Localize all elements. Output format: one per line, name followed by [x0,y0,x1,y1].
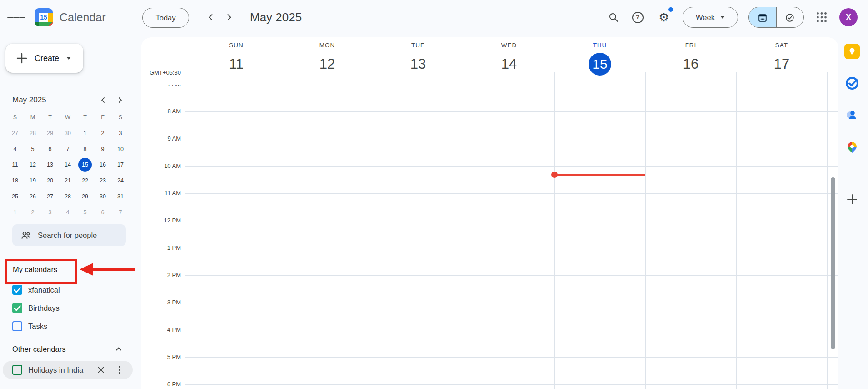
minical-date-5[interactable]: 5 [26,142,40,156]
apps-grid-icon[interactable] [813,8,831,26]
minical-date-30[interactable]: 30 [61,126,75,140]
previous-period-icon[interactable] [204,10,218,25]
minical-date-29[interactable]: 29 [43,126,57,140]
minical-date-18[interactable]: 18 [8,174,22,187]
overflow-menu-icon[interactable] [113,364,126,376]
minical-date-28[interactable]: 28 [26,126,40,140]
minical-date-6[interactable]: 6 [43,142,57,156]
day-header-tue[interactable]: TUE13 [373,39,464,83]
search-icon[interactable] [604,8,623,26]
minical-date-27[interactable]: 27 [43,190,57,203]
other-calendars-label[interactable]: Other calendars [12,344,65,354]
header-column-divider [191,72,191,85]
current-range-title[interactable]: May 2025 [250,7,302,28]
next-period-icon[interactable] [222,10,236,25]
minical-date-19[interactable]: 19 [26,174,40,187]
minical-date-7[interactable]: 7 [114,206,127,219]
minical-date-26[interactable]: 26 [26,190,40,203]
header-column-divider [554,72,555,85]
minical-date-4[interactable]: 4 [8,142,22,156]
minical-date-29[interactable]: 29 [78,190,92,203]
account-avatar[interactable]: X [839,8,858,26]
minical-date-25[interactable]: 25 [8,190,22,203]
keep-icon[interactable] [843,42,861,61]
grid-hour-line [191,248,838,248]
today-button-label: Today [155,14,175,22]
day-header-wed[interactable]: WED14 [464,39,554,83]
get-add-ons-plus-icon[interactable] [843,190,861,208]
minical-date-1[interactable]: 1 [78,126,92,140]
minical-date-2[interactable]: 2 [26,206,40,219]
minical-date-28[interactable]: 28 [61,190,75,203]
minical-date-12[interactable]: 12 [26,158,40,172]
minical-date-21[interactable]: 21 [61,174,75,187]
minical-date-3[interactable]: 3 [43,206,57,219]
calendar-checkbox[interactable] [12,303,22,313]
tasks-icon[interactable] [843,74,861,92]
minical-date-11[interactable]: 11 [8,158,22,172]
minical-date-7[interactable]: 7 [61,142,75,156]
add-other-calendar-icon[interactable] [94,343,106,355]
grid-hour-line [191,193,838,194]
week-grid[interactable]: 7 AM8 AM9 AM10 AM11 AM12 PM1 PM2 PM3 PM4… [141,37,838,389]
minical-date-24[interactable]: 24 [114,174,127,187]
minical-date-8[interactable]: 8 [78,142,92,156]
minical-date-15[interactable]: 15 [78,158,92,172]
minical-date-27[interactable]: 27 [8,126,22,140]
minical-date-16[interactable]: 16 [96,158,110,172]
tasks-view-icon[interactable] [776,7,804,28]
minical-date-2[interactable]: 2 [96,126,110,140]
minical-date-23[interactable]: 23 [96,174,110,187]
minical-date-17[interactable]: 17 [114,158,127,172]
minical-date-31[interactable]: 31 [114,190,127,203]
minical-date-10[interactable]: 10 [114,142,127,156]
day-number: 16 [683,53,698,76]
minical-date-20[interactable]: 20 [43,174,57,187]
day-header-sat[interactable]: SAT17 [736,39,827,83]
minical-date-9[interactable]: 9 [96,142,110,156]
day-header-fri[interactable]: FRI16 [645,39,736,83]
minical-date-3[interactable]: 3 [114,126,127,140]
calendar-view-icon[interactable] [749,7,776,28]
grid-hour-line [191,303,838,303]
other-calendars-collapse-icon[interactable] [112,343,125,355]
minical-date-22[interactable]: 22 [78,174,92,187]
calendar-item-birthdays[interactable]: Birthdays [6,299,129,317]
hour-label: 4 PM [145,326,181,334]
help-icon[interactable]: ? [629,8,647,26]
view-selector-dropdown[interactable]: Week [683,7,738,28]
calendar-item-holidays-in-india[interactable]: Holidays in India [3,361,133,379]
grid-hour-tick [185,248,191,248]
calendar-checkbox[interactable] [12,285,22,295]
minical-date-5[interactable]: 5 [78,206,92,219]
grid-hour-tick [185,139,191,139]
calendar-checkbox[interactable] [12,365,22,375]
grid-hour-tick [185,111,191,112]
search-people-field[interactable]: Search for people [12,224,126,246]
minical-date-6[interactable]: 6 [96,206,110,219]
companion-side-panel [838,36,868,389]
today-button[interactable]: Today [142,8,189,28]
calendar-checkbox[interactable] [12,321,22,331]
people-icon [20,230,31,241]
minical-date-13[interactable]: 13 [43,158,57,172]
grid-hour-line [191,166,838,167]
contacts-icon[interactable] [843,106,861,124]
panel-divider [846,177,860,177]
day-header-mon[interactable]: MON12 [282,39,373,83]
minical-date-1[interactable]: 1 [8,206,22,219]
chevron-down-icon [720,16,725,19]
vertical-scrollbar[interactable] [831,177,835,349]
minical-day-header: T [78,114,92,121]
day-header-sun[interactable]: SUN11 [191,39,282,83]
maps-icon[interactable] [843,137,861,156]
grid-column-line [464,85,464,389]
view-selector-label: Week [696,13,715,22]
calendar-item-tasks[interactable]: Tasks [6,317,129,335]
day-header-thu[interactable]: THU15 [554,39,645,83]
grid-hour-line [191,221,838,221]
minical-date-30[interactable]: 30 [96,190,110,203]
minical-date-14[interactable]: 14 [61,158,75,172]
close-icon[interactable] [95,364,107,376]
minical-date-4[interactable]: 4 [61,206,75,219]
